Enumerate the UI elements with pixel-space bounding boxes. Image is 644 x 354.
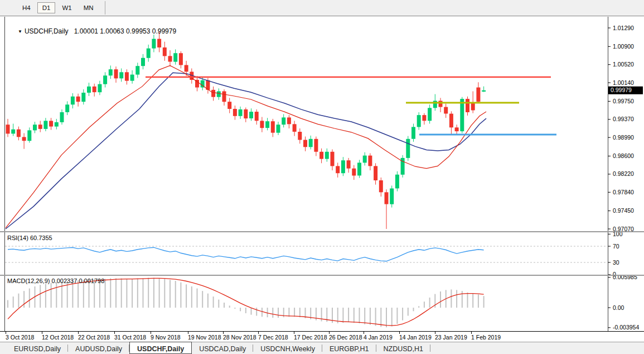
toolbar-separator	[105, 1, 105, 15]
macd-plot	[8, 278, 484, 328]
timeframe-button-mn[interactable]: MN	[79, 2, 99, 13]
rsi-indicator-label: RSI(14) 60.7355	[7, 235, 52, 241]
svg-text:9 Nov 2018: 9 Nov 2018	[151, 334, 181, 341]
mt4-window: H4 D1 W1 MN 1.012901.009001.005201.00140…	[0, 0, 644, 354]
timeframe-button-h4[interactable]: H4	[17, 2, 36, 13]
svg-text:0.99979: 0.99979	[611, 87, 632, 93]
chart-tabs-bar: EURUSD,DailyAUDUSD,DailyUSDCHF,DailyUSDC…	[0, 342, 644, 354]
svg-text:1.00140: 1.00140	[613, 79, 634, 86]
rsi-guide-lines	[5, 246, 607, 262]
svg-text:23 Jan 2019: 23 Jan 2019	[435, 334, 467, 341]
tab-nzdusd-h1[interactable]: NZDUSD,H1	[376, 342, 431, 354]
tab-usdcnh-weekly[interactable]: USDCNH,Weekly	[253, 342, 322, 354]
tab-eurgbp-h1[interactable]: EURGBP,H1	[322, 342, 376, 354]
svg-text:0.00: 0.00	[613, 304, 624, 311]
svg-text:0.98600: 0.98600	[613, 152, 634, 159]
svg-text:0.97840: 0.97840	[613, 189, 634, 195]
panel-splitter-macd[interactable]	[0, 275, 644, 276]
chart-ohlc-values: 1.00001 1.00063 0.99953 0.99979	[74, 27, 177, 35]
price-axis[interactable]: 1.012901.009001.005201.001400.997500.993…	[608, 25, 643, 232]
svg-text:1 Feb 2019: 1 Feb 2019	[471, 334, 501, 341]
svg-text:3 Oct 2018: 3 Oct 2018	[6, 334, 35, 341]
svg-text:30: 30	[613, 259, 619, 266]
chart-window: 1.012901.009001.005201.001400.997500.993…	[0, 17, 644, 342]
candles	[6, 31, 486, 229]
current-price-tag: 0.99979	[608, 87, 643, 94]
symbol-dropdown-icon[interactable]: ▼	[18, 29, 22, 34]
svg-text:12 Oct 2018: 12 Oct 2018	[42, 334, 74, 341]
svg-text:1.00900: 1.00900	[613, 43, 634, 50]
tab-eurusd-daily[interactable]: EURUSD,Daily	[7, 342, 68, 354]
panel-splitter-rsi[interactable]	[0, 231, 644, 232]
rsi-axis[interactable]: 10070300	[608, 231, 623, 278]
chart-title: ▼USDCHF,Daily1.00001 1.00063 0.99953 0.9…	[7, 20, 176, 43]
svg-text:26 Dec 2018: 26 Dec 2018	[329, 334, 362, 341]
date-axis[interactable]: 3 Oct 201812 Oct 201822 Oct 201831 Oct 2…	[6, 332, 501, 341]
macd-indicator-label: MACD(12,26,9) 0.002337 0.001798	[7, 278, 104, 284]
svg-text:0.97450: 0.97450	[613, 207, 634, 214]
moving-averages	[6, 65, 486, 229]
svg-text:0.99750: 0.99750	[613, 98, 634, 104]
svg-text:1.00520: 1.00520	[613, 61, 634, 68]
svg-text:31 Oct 2018: 31 Oct 2018	[114, 334, 146, 341]
tab-audusd-daily[interactable]: AUDUSD,Daily	[68, 342, 129, 354]
price-chart-canvas[interactable]: 1.012901.009001.005201.001400.997500.993…	[0, 17, 644, 342]
svg-text:-0.003954: -0.003954	[613, 324, 639, 331]
svg-text:1.01290: 1.01290	[613, 25, 634, 31]
macd-axis[interactable]: 0.0059850.00-0.003954	[608, 274, 639, 331]
timeframe-toolbar: H4 D1 W1 MN	[0, 0, 644, 16]
timeframe-button-d1[interactable]: D1	[37, 2, 56, 13]
timeframe-button-w1[interactable]: W1	[57, 2, 76, 13]
svg-text:19 Nov 2018: 19 Nov 2018	[188, 334, 221, 341]
rsi-plot	[8, 247, 484, 261]
tab-usdcad-daily[interactable]: USDCAD,Daily	[192, 342, 253, 354]
svg-text:22 Oct 2018: 22 Oct 2018	[78, 334, 110, 341]
tab-usdchf-daily[interactable]: USDCHF,Daily	[129, 342, 192, 354]
svg-text:4 Jan 2019: 4 Jan 2019	[364, 334, 393, 341]
chart-symbol-label: USDCHF,Daily	[25, 27, 69, 35]
svg-text:0.98990: 0.98990	[613, 134, 634, 141]
svg-text:17 Dec 2018: 17 Dec 2018	[294, 334, 327, 341]
svg-text:0.99370: 0.99370	[613, 116, 634, 122]
svg-text:14 Jan 2019: 14 Jan 2019	[399, 334, 432, 341]
svg-text:70: 70	[613, 243, 619, 250]
svg-text:28 Nov 2018: 28 Nov 2018	[223, 334, 256, 341]
svg-text:7 Dec 2018: 7 Dec 2018	[258, 334, 288, 341]
svg-text:0.98220: 0.98220	[613, 170, 634, 177]
